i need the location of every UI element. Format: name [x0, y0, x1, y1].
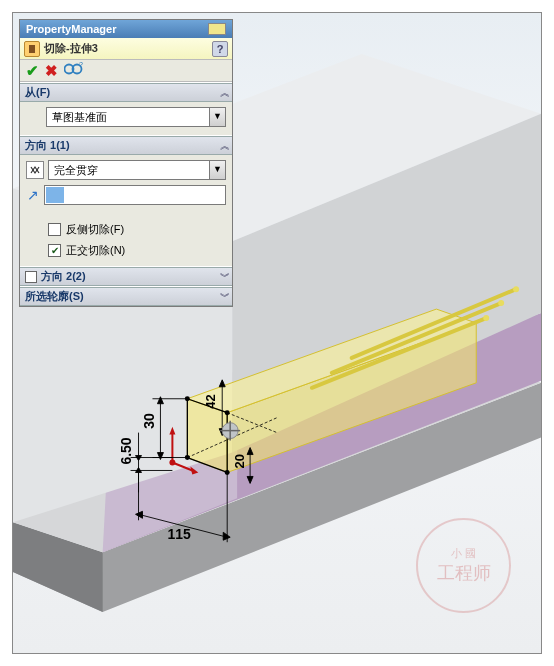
cut-extrude-icon [24, 41, 40, 57]
pm-header: PropertyManager [20, 20, 232, 38]
svg-point-15 [483, 315, 489, 321]
normal-cut-checkbox[interactable]: ✔ [48, 244, 61, 257]
svg-point-32 [169, 460, 175, 466]
dim-30: 30 [141, 413, 157, 429]
section-from-header[interactable]: 从(F) ︽ [20, 83, 232, 102]
pin-icon[interactable] [208, 23, 226, 35]
expand-icon: ︾ [220, 270, 227, 284]
collapse-icon: ︽ [220, 86, 227, 100]
section-dir2-header[interactable]: 方向 2(2) ︾ [20, 267, 232, 286]
svg-point-16 [498, 300, 504, 306]
direction-selection-box[interactable] [44, 185, 226, 205]
normal-cut-label: 正交切除(N) [66, 243, 125, 258]
reverse-direction-button[interactable] [26, 161, 44, 179]
property-manager-panel: PropertyManager 切除-拉伸3 ? ✔ ✖ ? 从(F) ︽ 草图… [19, 19, 233, 307]
dir2-enable-checkbox[interactable] [25, 271, 37, 283]
section-contours-header[interactable]: 所选轮廓(S) ︾ [20, 287, 232, 306]
dim-20: 20 [232, 454, 247, 468]
reverse-cut-label: 反侧切除(F) [66, 222, 124, 237]
pm-title: PropertyManager [26, 20, 116, 38]
ok-button[interactable]: ✔ [26, 62, 39, 80]
expand-icon: ︾ [220, 290, 227, 304]
chevron-down-icon[interactable]: ▼ [210, 107, 226, 127]
section-dir1-header[interactable]: 方向 1(1) ︽ [20, 136, 232, 155]
cancel-button[interactable]: ✖ [45, 62, 58, 80]
svg-point-17 [513, 286, 519, 292]
dim-42: 42 [203, 394, 218, 408]
feature-name: 切除-拉伸3 [44, 41, 208, 56]
feature-row: 切除-拉伸3 ? [20, 38, 232, 60]
direction-arrow-icon: ↗ [26, 188, 40, 202]
confirm-row: ✔ ✖ ? [20, 60, 232, 82]
reverse-cut-checkbox[interactable] [48, 223, 61, 236]
svg-text:?: ? [79, 62, 83, 68]
end-condition-dropdown[interactable]: 完全贯穿 [48, 160, 210, 180]
dim-6-50: 6.50 [118, 437, 134, 464]
chevron-down-icon[interactable]: ▼ [210, 160, 226, 180]
dim-115: 115 [167, 526, 191, 542]
from-dropdown[interactable]: 草图基准面 [46, 107, 210, 127]
collapse-icon: ︽ [220, 139, 227, 153]
detailed-preview-button[interactable]: ? [64, 62, 84, 79]
help-button[interactable]: ? [212, 41, 228, 57]
